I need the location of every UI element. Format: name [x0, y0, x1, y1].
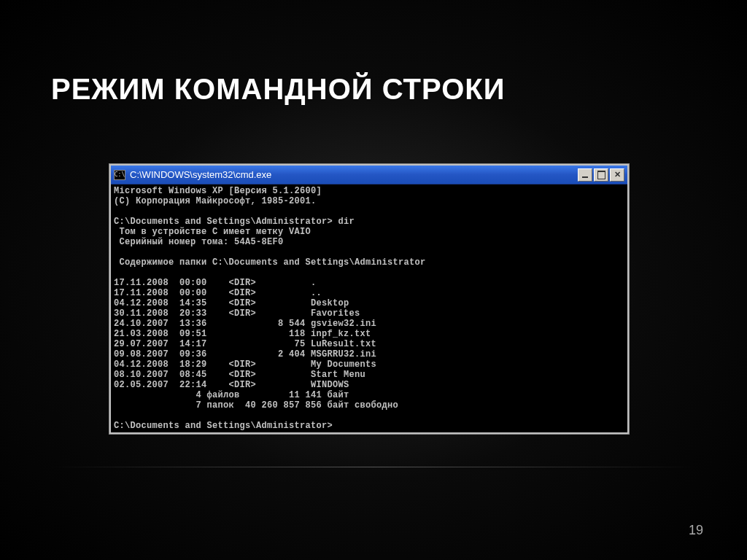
terminal-output[interactable]: Microsoft Windows XP [Версия 5.1.2600] (… — [111, 184, 627, 432]
minimize-button[interactable] — [578, 168, 592, 182]
window-title: C:\WINDOWS\system32\cmd.exe — [130, 169, 578, 180]
window-controls: ✕ — [578, 168, 624, 182]
terminal-prompt: C:\Documents and Settings\Administrator>… — [114, 217, 355, 227]
terminal-prompt: C:\Documents and Settings\Administrator> — [114, 421, 333, 431]
window-titlebar[interactable]: C:\ C:\WINDOWS\system32\cmd.exe ✕ — [111, 166, 627, 184]
dir-row: 04.12.2008 18:29 <DIR> My Documents — [114, 359, 376, 370]
cmd-icon: C:\ — [114, 170, 125, 180]
dir-row: 17.11.2008 00:00 <DIR> .. — [114, 288, 322, 298]
slide-number: 19 — [689, 523, 703, 538]
dir-row: 24.10.2007 13:36 8 544 gsview32.ini — [114, 319, 376, 329]
dir-row: 17.11.2008 00:00 <DIR> . — [114, 278, 317, 288]
cmd-window: C:\ C:\WINDOWS\system32\cmd.exe ✕ Micros… — [109, 164, 629, 434]
close-button[interactable]: ✕ — [610, 168, 624, 182]
dir-row: 09.08.2007 09:36 2 404 MSGRRU32.ini — [114, 349, 376, 359]
dir-row: 04.12.2008 14:35 <DIR> Desktop — [114, 298, 349, 308]
terminal-line: Серийный номер тома: 54A5-8EF0 — [114, 237, 284, 247]
slide-divider — [51, 467, 696, 467]
dir-row: 30.11.2008 20:33 <DIR> Favorites — [114, 308, 360, 319]
terminal-line: (С) Корпорация Майкрософт, 1985-2001. — [114, 196, 317, 206]
dir-row: 29.07.2007 14:17 75 LuResult.txt — [114, 339, 376, 349]
dir-row: 21.03.2008 09:51 118 inpf_kz.txt — [114, 329, 371, 339]
slide-title: РЕЖИМ КОМАНДНОЙ СТРОКИ — [51, 73, 505, 106]
terminal-line: Microsoft Windows XP [Версия 5.1.2600] — [114, 186, 322, 196]
maximize-button[interactable] — [594, 168, 608, 182]
dir-summary: 7 папок 40 260 857 856 байт свободно — [114, 400, 398, 411]
terminal-line: Том в устройстве C имеет метку VAIO — [114, 227, 311, 237]
dir-summary: 4 файлов 11 141 байт — [114, 390, 349, 400]
dir-row: 08.10.2007 08:45 <DIR> Start Menu — [114, 370, 365, 380]
terminal-line: Содержимое папки C:\Documents and Settin… — [114, 257, 426, 268]
dir-row: 02.05.2007 22:14 <DIR> WINDOWS — [114, 380, 349, 390]
cmd-icon-label: C:\ — [115, 171, 125, 178]
